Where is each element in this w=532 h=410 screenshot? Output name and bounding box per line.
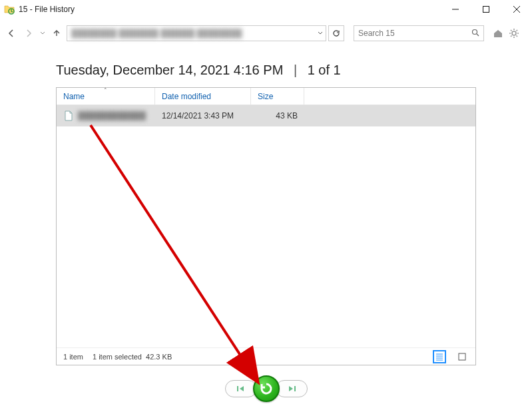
window-controls (440, 0, 532, 19)
column-header-name[interactable]: ˄ Name (57, 88, 155, 105)
search-icon (471, 29, 479, 39)
next-version-button[interactable] (276, 380, 308, 397)
history-dropdown-icon[interactable] (40, 29, 45, 38)
up-button[interactable] (49, 26, 64, 41)
status-bar: 1 item 1 item selected 42.3 KB (57, 347, 475, 365)
column-header-spacer (304, 88, 475, 105)
file-date: 12/14/2021 3:43 PM (155, 111, 251, 120)
refresh-button[interactable] (328, 25, 344, 41)
svg-line-14 (511, 36, 512, 37)
search-placeholder: Search 15 (358, 29, 471, 38)
svg-line-13 (517, 36, 518, 37)
heading-divider: | (294, 63, 297, 77)
address-path: ████████ ███████ ██████ ████████ (67, 26, 314, 41)
search-input[interactable]: Search 15 (354, 25, 484, 41)
file-size: 43 KB (251, 111, 304, 120)
svg-line-15 (517, 30, 518, 31)
previous-version-button[interactable] (225, 380, 257, 397)
details-view-button[interactable] (433, 350, 446, 363)
column-header-size[interactable]: Size (251, 88, 304, 105)
svg-point-5 (473, 29, 477, 34)
svg-line-12 (511, 30, 512, 31)
sort-ascending-icon: ˄ (104, 87, 107, 94)
restore-button[interactable] (253, 375, 280, 402)
window-title: 15 - File History (19, 5, 75, 14)
status-item-count: 1 item (63, 353, 83, 361)
file-icon (63, 110, 74, 121)
column-headers: ˄ Name Date modified Size (57, 88, 475, 105)
snapshot-heading: Tuesday, December 14, 2021 4:16 PM | 1 o… (56, 63, 532, 78)
snapshot-page-indicator: 1 of 1 (308, 63, 341, 77)
file-name: ████████████ (78, 111, 148, 120)
maximize-button[interactable] (471, 0, 501, 19)
navigation-controls (0, 375, 532, 402)
status-selection: 1 item selected 42.3 KB (93, 353, 172, 361)
title-bar: 15 - File History (0, 0, 532, 19)
column-header-date[interactable]: Date modified (155, 88, 251, 105)
address-dropdown-icon[interactable] (314, 26, 326, 41)
column-header-name-label: Name (63, 92, 85, 101)
thumbnails-view-button[interactable] (455, 350, 469, 363)
toolbar: ████████ ███████ ██████ ████████ Search … (0, 21, 532, 45)
gear-icon[interactable] (508, 27, 520, 39)
svg-point-7 (512, 31, 516, 35)
column-header-size-label: Size (258, 92, 273, 101)
home-icon[interactable] (492, 27, 504, 39)
address-bar[interactable]: ████████ ███████ ██████ ████████ (67, 25, 326, 41)
file-rows[interactable]: ████████████ 12/14/2021 3:43 PM 43 KB (57, 105, 475, 347)
svg-rect-20 (459, 353, 465, 360)
back-button[interactable] (4, 26, 19, 41)
snapshot-timestamp: Tuesday, December 14, 2021 4:16 PM (56, 63, 283, 77)
file-list-panel: ˄ Name Date modified Size ████████████ 1… (56, 87, 476, 365)
svg-line-6 (477, 34, 479, 36)
minimize-button[interactable] (440, 0, 471, 19)
close-button[interactable] (501, 0, 532, 19)
table-row[interactable]: ████████████ 12/14/2021 3:43 PM 43 KB (57, 105, 475, 126)
app-icon (4, 4, 15, 15)
forward-button[interactable] (21, 26, 36, 41)
column-header-date-label: Date modified (162, 92, 211, 101)
svg-rect-2 (483, 7, 489, 13)
